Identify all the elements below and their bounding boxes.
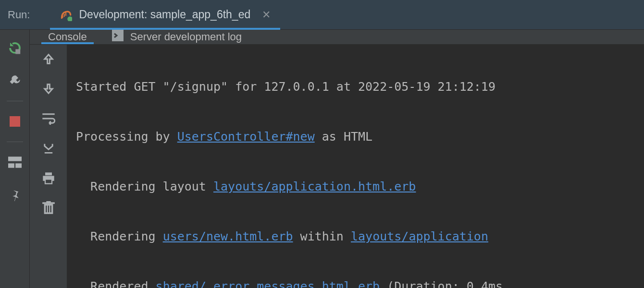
console-line: Rendering users/new.html.erb within layo… bbox=[67, 224, 644, 249]
svg-rect-5 bbox=[15, 163, 22, 168]
svg-rect-13 bbox=[46, 205, 47, 212]
file-link[interactable]: shared/_error_messages.html.erb bbox=[156, 279, 380, 288]
console-output[interactable]: Started GET "/signup" for 127.0.0.1 at 2… bbox=[67, 45, 644, 288]
log-text: within bbox=[293, 229, 351, 243]
tab-console[interactable]: Console bbox=[36, 30, 99, 44]
log-text: Processing by bbox=[76, 130, 177, 144]
svg-rect-15 bbox=[50, 205, 51, 212]
down-arrow-icon[interactable] bbox=[41, 81, 56, 96]
tab-server-log[interactable]: Server development log bbox=[99, 30, 254, 44]
log-text: as HTML bbox=[315, 130, 372, 144]
console-action-rail bbox=[30, 45, 67, 288]
file-link[interactable]: users/new.html.erb bbox=[163, 229, 293, 243]
close-tab-icon[interactable]: ✕ bbox=[262, 9, 271, 21]
log-text: Rendering bbox=[76, 229, 163, 243]
run-label: Run: bbox=[8, 9, 30, 21]
log-text: Rendering layout bbox=[76, 180, 213, 193]
svg-rect-7 bbox=[45, 172, 52, 175]
run-config-tab[interactable]: Development: sample_app_6th_ed ✕ bbox=[50, 0, 280, 29]
svg-rect-14 bbox=[48, 205, 49, 212]
svg-rect-3 bbox=[8, 156, 22, 161]
layout-icon[interactable] bbox=[7, 155, 23, 170]
run-tool-window-header: Run: Development: sample_app_6th_ed ✕ bbox=[0, 0, 644, 30]
stop-icon[interactable] bbox=[7, 114, 23, 129]
terminal-icon bbox=[112, 30, 124, 44]
pin-icon[interactable] bbox=[7, 187, 23, 203]
tab-server-log-label: Server development log bbox=[130, 31, 242, 43]
console-line: Processing by UsersController#new as HTM… bbox=[67, 124, 644, 149]
console-line: Rendering layout layouts/application.htm… bbox=[67, 174, 644, 199]
run-config-title: Development: sample_app_6th_ed bbox=[79, 8, 250, 21]
print-icon[interactable] bbox=[41, 170, 56, 186]
console-tabbar: Console Server development log bbox=[30, 30, 644, 45]
rails-run-icon bbox=[60, 9, 72, 21]
trash-icon[interactable] bbox=[41, 200, 56, 216]
console-line: Rendered shared/_error_messages.html.erb… bbox=[67, 274, 644, 288]
file-link[interactable]: layouts/application.html.erb bbox=[213, 180, 416, 193]
log-text: (Duration: 0.4ms bbox=[380, 279, 503, 288]
file-link[interactable]: layouts/application bbox=[351, 229, 488, 243]
up-arrow-icon[interactable] bbox=[41, 51, 56, 67]
log-text: Started GET "/signup" for 127.0.0.1 at 2… bbox=[76, 80, 503, 94]
svg-point-0 bbox=[68, 16, 73, 21]
rail-separator bbox=[7, 142, 23, 142]
svg-rect-2 bbox=[10, 116, 20, 127]
svg-rect-12 bbox=[46, 201, 50, 203]
svg-rect-9 bbox=[45, 179, 52, 183]
tab-console-label: Console bbox=[48, 31, 87, 43]
controller-link[interactable]: UsersController#new bbox=[177, 130, 315, 144]
wrench-icon[interactable] bbox=[7, 73, 23, 88]
log-text: Rendered bbox=[76, 279, 156, 288]
rerun-icon[interactable] bbox=[7, 40, 23, 56]
left-action-rail bbox=[0, 30, 30, 288]
console-line: Started GET "/signup" for 127.0.0.1 at 2… bbox=[67, 74, 644, 99]
scroll-to-end-icon[interactable] bbox=[41, 141, 56, 156]
soft-wrap-icon[interactable] bbox=[41, 111, 56, 126]
svg-rect-4 bbox=[8, 163, 14, 168]
svg-rect-1 bbox=[15, 49, 20, 54]
rail-separator bbox=[7, 101, 23, 101]
